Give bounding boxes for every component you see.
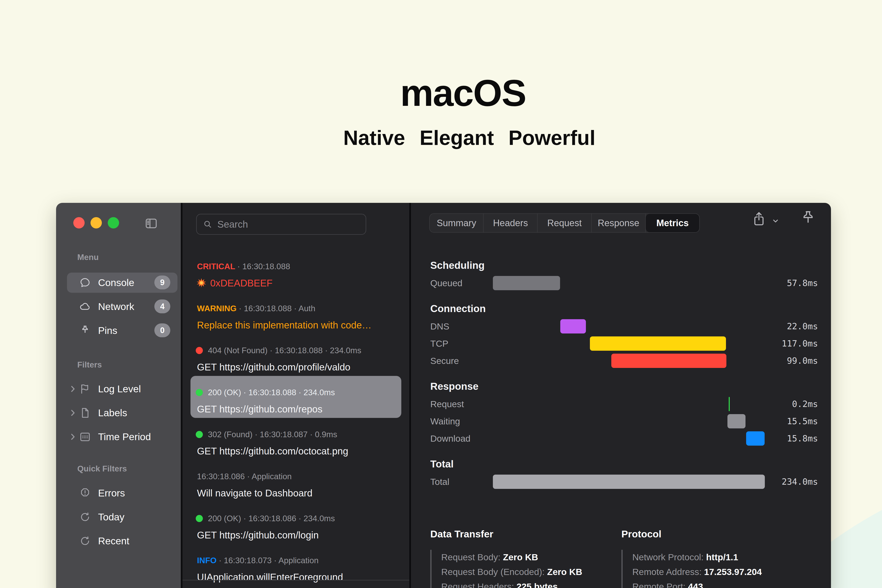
log-entry-meta: INFO · 16:30:18.073 · Application [197, 556, 319, 565]
search-input[interactable]: Search [196, 214, 366, 235]
panel-title: Protocol [621, 528, 662, 540]
log-entry-message: 0xDEADBEEF [210, 278, 273, 289]
page-subtitle: Native Elegant Powerful [344, 126, 596, 150]
chart-section-title: Scheduling [430, 260, 484, 271]
sidebar-item-errors[interactable]: Errors [56, 483, 181, 503]
panel-value: Zero KB [547, 567, 582, 577]
chart-bar-waiting [728, 414, 746, 428]
sidebar-item-label: Errors [98, 483, 125, 503]
tab-response[interactable]: Response [592, 214, 646, 232]
chevron-right-icon[interactable] [68, 384, 78, 394]
sidebar-item-recent[interactable]: Recent [56, 531, 181, 551]
panel-value: http/1.1 [706, 552, 738, 562]
sidebar-item-today[interactable]: Today [56, 507, 181, 527]
count-badge: 0 [154, 323, 170, 337]
panel-value: Zero KB [503, 552, 538, 562]
panel-line: Remote Port: 443 [632, 579, 762, 588]
chart-row-value: 57.8ms [787, 276, 818, 290]
sidebar-item-pins[interactable]: Pins0 [56, 321, 181, 340]
chart-section-title: Connection [430, 303, 486, 314]
chart-bar-download [746, 431, 764, 446]
log-entry-meta: 302 (Found) · 16:30:18.087 · 0.9ms [208, 430, 337, 439]
close-button[interactable] [73, 217, 85, 228]
chart-row-value: 15.5ms [787, 414, 818, 428]
page-title: macOS [400, 71, 526, 114]
window-controls [73, 217, 119, 228]
chart-bar-queued [493, 276, 560, 290]
panel-line: Request Headers: 225 bytes [441, 579, 582, 588]
collision-emoji-icon [196, 278, 206, 288]
log-entry-meta: WARNING · 16:30:18.088 · Auth [197, 304, 315, 313]
log-entry-meta: 16:30:18.086 · Application [197, 472, 292, 481]
chevron-down-icon[interactable] [771, 217, 780, 225]
status-dot [196, 515, 203, 522]
zoom-button[interactable] [108, 217, 119, 228]
sidebar-toggle-icon[interactable] [144, 216, 159, 231]
log-entry-message: GET https://github.com/profile/valdo [197, 362, 350, 373]
search-icon [202, 219, 213, 230]
chart-bar-dns [560, 319, 586, 333]
chart-row-value: 234.0ms [782, 475, 818, 489]
pane-divider [409, 203, 411, 588]
chart-row-label: Secure [430, 354, 459, 368]
chart-section-title: Total [430, 458, 454, 470]
sidebar-item-label: Network [98, 297, 134, 316]
sidebar-item-label: Today [98, 507, 124, 527]
status-dot [196, 347, 203, 354]
chart-row-label: Download [430, 431, 470, 446]
log-level-label: CRITICAL [197, 262, 237, 271]
log-entry-message: Replace this implementation with code… [197, 320, 372, 331]
log-entry-meta: 200 (OK) · 16:30:18.086 · 234.0ms [208, 514, 335, 523]
flag-icon [79, 382, 92, 395]
sidebar-item-label: Pins [98, 321, 117, 340]
minimize-button[interactable] [90, 217, 102, 228]
sidebar-item-console[interactable]: Console9 [56, 273, 181, 293]
sidebar-item-log-level[interactable]: Log Level [56, 379, 181, 399]
list-bottom-divider [183, 580, 409, 580]
chart-bar-total [493, 475, 765, 489]
panel-lines: Request Body: Zero KBRequest Body (Encod… [430, 550, 582, 588]
sidebar-item-labels[interactable]: Labels [56, 403, 181, 423]
chart-row-value: 99.0ms [787, 354, 818, 368]
log-level-label: WARNING [197, 304, 239, 313]
sidebar-item-label: Labels [98, 403, 127, 423]
share-icon[interactable] [751, 210, 767, 228]
chart-row-label: Waiting [430, 414, 460, 428]
log-entry-meta: 200 (OK) · 16:30:18.088 · 234.0ms [208, 388, 335, 397]
detail-tabbar: SummaryHeadersRequestResponseMetrics [429, 213, 700, 232]
chart-row-label: Request [430, 397, 464, 411]
chart-row-label: Total [430, 475, 449, 489]
sidebar-item-network[interactable]: Network4 [56, 297, 181, 316]
cloud-icon [79, 300, 92, 313]
chart-bar-request [729, 397, 730, 411]
tab-summary[interactable]: Summary [430, 214, 484, 232]
circular-arrow-icon [79, 535, 92, 547]
sidebar-section-label: Menu [77, 253, 99, 262]
chart-row-label: Queued [430, 276, 462, 290]
sidebar-item-label: Time Period [98, 427, 151, 447]
panel-value: 443 [688, 582, 703, 588]
panel-title: Data Transfer [430, 528, 493, 540]
tab-request[interactable]: Request [538, 214, 592, 232]
count-badge: 9 [154, 276, 170, 290]
panel-line: Remote Address: 17.253.97.204 [632, 564, 762, 579]
panel-value: 17.253.97.204 [704, 567, 762, 577]
pin-icon[interactable] [800, 209, 816, 228]
app-window: MenuConsole9Network4Pins0FiltersLog Leve… [56, 203, 831, 588]
tab-headers[interactable]: Headers [484, 214, 538, 232]
sidebar: MenuConsole9Network4Pins0FiltersLog Leve… [56, 203, 181, 588]
tab-metrics[interactable]: Metrics [646, 214, 699, 232]
log-entry-message: Will navigate to Dashboard [197, 488, 312, 499]
sidebar-item-label: Log Level [98, 379, 141, 399]
panel-line: Request Body (Encoded): Zero KB [441, 564, 582, 579]
log-entry-meta: CRITICAL · 16:30:18.088 [197, 262, 290, 271]
panel-line: Request Body: Zero KB [441, 550, 582, 564]
chart-section-title: Response [430, 381, 478, 392]
sidebar-item-time-period[interactable]: Time Period [56, 427, 181, 447]
chevron-right-icon[interactable] [68, 408, 78, 418]
sidebar-item-label: Console [98, 273, 134, 293]
panel-lines: Network Protocol: http/1.1Remote Address… [621, 550, 762, 588]
chevron-right-icon[interactable] [68, 432, 78, 442]
log-entry-message: GET https://github.com/login [197, 530, 319, 541]
pane-divider [181, 203, 183, 588]
